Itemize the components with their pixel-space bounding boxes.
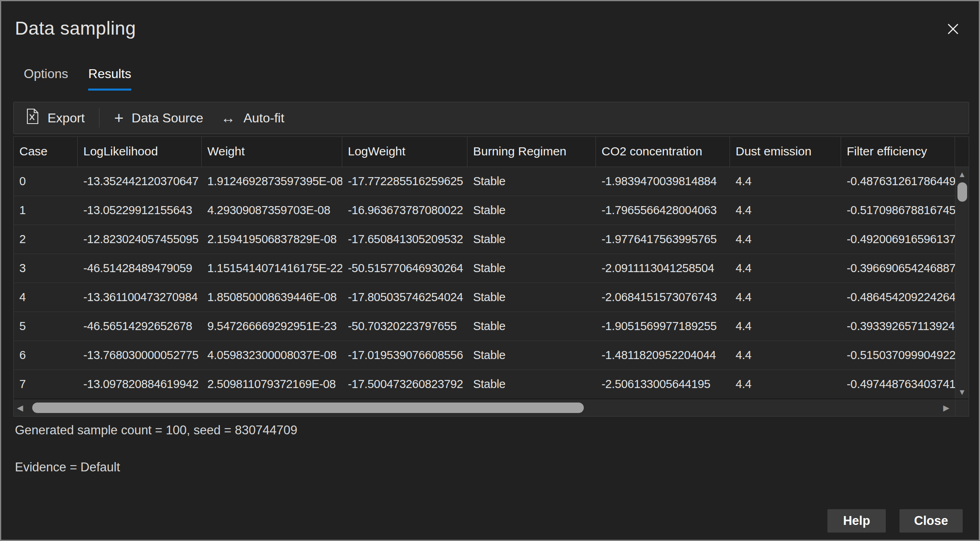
table-cell: 1.1515414071416175E-22 [202, 254, 342, 283]
table-cell: -17.805035746254024 [342, 283, 467, 312]
table-row[interactable]: 6-13.7680300000527754.059832300008037E-0… [14, 341, 955, 370]
column-header: CO2 concentration [596, 137, 730, 167]
table-cell: Stable [467, 167, 596, 196]
table-cell: -17.019539076608556 [342, 341, 467, 370]
horizontal-scrollbar-thumb[interactable] [32, 403, 584, 413]
table-cell: 5 [14, 312, 78, 341]
table-cell: -0.5150370999049227 [841, 341, 955, 370]
table-cell: -2.0911113041258504 [596, 254, 730, 283]
tab-bar: Options Results [24, 66, 131, 91]
table-cell: 4.4 [730, 370, 841, 399]
data-source-label: Data Source [132, 111, 203, 126]
table-cell: 1 [14, 196, 78, 225]
column-header: Case [14, 137, 78, 167]
table-cell: Stable [467, 283, 596, 312]
table-cell: 7 [14, 370, 78, 399]
scrollbar-corner [955, 399, 969, 416]
table-row[interactable]: 4-13.3611004732709841.850850008639446E-0… [14, 283, 955, 312]
table-cell: -16.963673787080022 [342, 196, 467, 225]
table-cell: 4.4 [730, 167, 841, 196]
table-row[interactable]: 0-13.3524421203706471.9124692873597395E-… [14, 167, 955, 196]
data-source-button[interactable]: + Data Source [114, 110, 203, 126]
table-cell: -13.768030000052775 [78, 341, 202, 370]
table-cell: 6 [14, 341, 78, 370]
results-toolbar: Export + Data Source ↔ Auto-fit [13, 102, 969, 134]
export-button[interactable]: Export [26, 108, 85, 128]
tab-options[interactable]: Options [24, 66, 68, 91]
column-header: Dust emission [730, 137, 841, 167]
table-cell: Stable [467, 312, 596, 341]
toolbar-separator [99, 108, 99, 128]
table-body: 0-13.3524421203706471.9124692873597395E-… [14, 167, 969, 399]
table-row[interactable]: 5-46.565142926526789.547266669292951E-23… [14, 312, 955, 341]
table-cell: 1.850850008639446E-08 [202, 283, 342, 312]
table-cell: -1.7965566428004063 [596, 196, 730, 225]
horizontal-scrollbar[interactable]: ◀ ▶ [14, 399, 969, 416]
tab-results[interactable]: Results [88, 66, 131, 91]
table-cell: 4.4 [730, 283, 841, 312]
evidence-text: Evidence = Default [15, 460, 120, 475]
table-cell: -17.650841305209532 [342, 225, 467, 254]
table-cell: 4 [14, 283, 78, 312]
column-header: Burning Regimen [467, 137, 596, 167]
table-cell: -50.70320223797655 [342, 312, 467, 341]
table-cell: 4.4 [730, 312, 841, 341]
table-cell: -17.500473260823792 [342, 370, 467, 399]
table-cell: Stable [467, 254, 596, 283]
table-cell: 4.29309087359703E-08 [202, 196, 342, 225]
table-cell: -1.9051569977189255 [596, 312, 730, 341]
autofit-arrows-icon: ↔ [221, 111, 236, 125]
table-cell: -13.352442120370647 [78, 167, 202, 196]
table-cell: 2.509811079372169E-08 [202, 370, 342, 399]
vertical-scrollbar[interactable]: ▲ ▼ [955, 167, 969, 399]
table-row[interactable]: 7-13.0978208846199422.509811079372169E-0… [14, 370, 955, 399]
table-cell: -2.0684151573076743 [596, 283, 730, 312]
plus-icon: + [114, 110, 123, 126]
scroll-left-icon[interactable]: ◀ [17, 404, 23, 412]
table-cell: -1.4811820952204044 [596, 341, 730, 370]
table-cell: -0.5170986788167458 [841, 196, 955, 225]
table-cell: 4.4 [730, 254, 841, 283]
dialog-close-button[interactable] [943, 20, 963, 39]
table-cell: 9.547266669292951E-23 [202, 312, 342, 341]
table-cell: -0.4974487634037415 [841, 370, 955, 399]
table-header-row: CaseLogLikelihoodWeightLogWeightBurning … [14, 137, 969, 167]
table-cell: -1.9839470039814884 [596, 167, 730, 196]
table-cell: -0.4920069165961372 [841, 225, 955, 254]
export-excel-icon [26, 108, 39, 128]
table-cell: -0.4864542092242646 [841, 283, 955, 312]
table-cell: 4.4 [730, 341, 841, 370]
table-cell: -46.51428489479059 [78, 254, 202, 283]
close-button[interactable]: Close [899, 509, 963, 533]
table-cell: -17.772285516259625 [342, 167, 467, 196]
data-sampling-dialog: Data sampling Options Results Export [0, 0, 980, 541]
table-cell: -12.823024057455095 [78, 225, 202, 254]
table-cell: Stable [467, 196, 596, 225]
table-cell: -0.3966906542468875 [841, 254, 955, 283]
help-button[interactable]: Help [827, 509, 886, 533]
scroll-up-icon[interactable]: ▲ [958, 170, 966, 178]
table-cell: 1.9124692873597395E-08 [202, 167, 342, 196]
table-cell: 3 [14, 254, 78, 283]
column-header: Weight [202, 137, 342, 167]
column-header: Filter efficiency [841, 137, 955, 167]
table-cell: -0.4876312617864498 [841, 167, 955, 196]
scroll-right-icon[interactable]: ▶ [943, 404, 949, 412]
table-cell: Stable [467, 225, 596, 254]
table-cell: -1.9776417563995765 [596, 225, 730, 254]
table-row[interactable]: 2-12.8230240574550952.159419506837829E-0… [14, 225, 955, 254]
table-row[interactable]: 1-13.052299121556434.29309087359703E-08-… [14, 196, 955, 225]
sample-summary-text: Generated sample count = 100, seed = 830… [15, 423, 297, 438]
table-cell: 4.4 [730, 196, 841, 225]
table-cell: -50.515770646930264 [342, 254, 467, 283]
table-cell: -13.05229912155643 [78, 196, 202, 225]
scroll-down-icon[interactable]: ▼ [958, 388, 966, 396]
table-cell: Stable [467, 341, 596, 370]
vertical-scrollbar-thumb[interactable] [957, 182, 967, 202]
table-cell: -13.361100473270984 [78, 283, 202, 312]
autofit-button[interactable]: ↔ Auto-fit [221, 111, 284, 126]
column-header: LogWeight [342, 137, 467, 167]
table-row[interactable]: 3-46.514284894790591.1515414071416175E-2… [14, 254, 955, 283]
table-cell: 2.159419506837829E-08 [202, 225, 342, 254]
autofit-label: Auto-fit [244, 111, 284, 126]
